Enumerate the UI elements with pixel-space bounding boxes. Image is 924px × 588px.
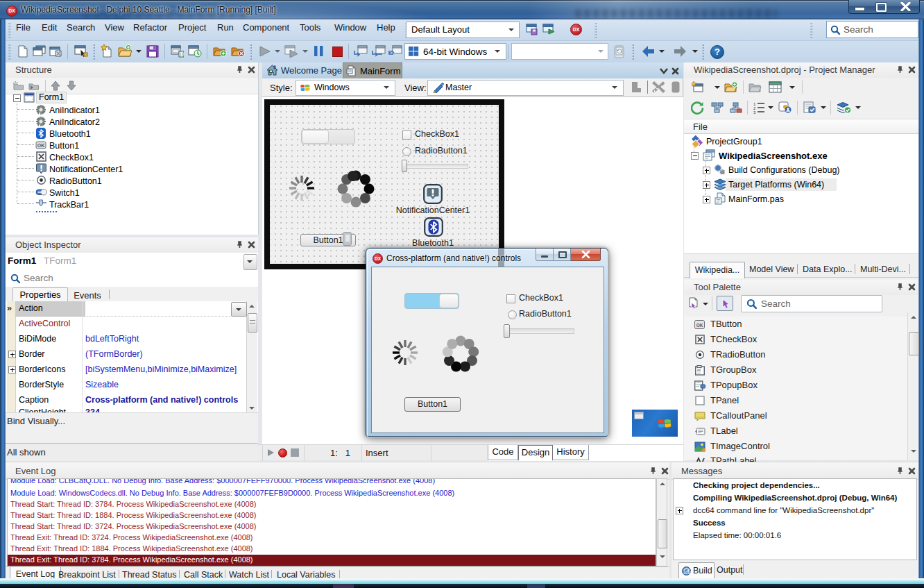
svg-text:3: 3 bbox=[753, 110, 756, 114]
svg-text:10101: 10101 bbox=[683, 571, 692, 576]
svg-text:OK: OK bbox=[37, 143, 45, 148]
svg-text:OK: OK bbox=[696, 323, 703, 328]
